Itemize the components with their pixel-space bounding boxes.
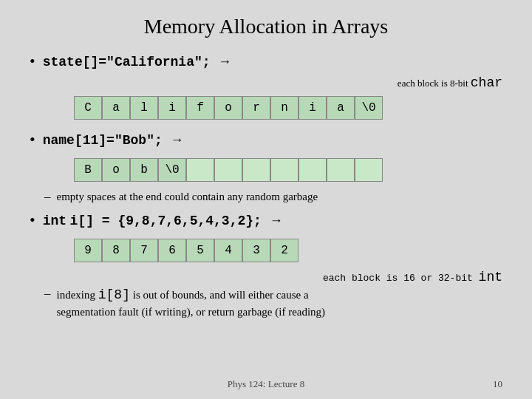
dash-bullet-1: – empty spaces at the end could contain … (44, 189, 502, 205)
array-cell-empty (214, 158, 242, 182)
dash-text-2: indexing i[8] is out of bounds, and will… (57, 286, 326, 320)
array-cell: f (186, 96, 214, 120)
array-cell-empty (355, 158, 383, 182)
array-cell: 4 (214, 239, 242, 262)
bullet-3-content: int i[] = {9,8,7,6,5,4,3,2}; → (43, 213, 283, 228)
int-keyword: int (43, 214, 66, 228)
array-cell-empty (242, 158, 270, 182)
array-cell: n (270, 96, 299, 120)
array-cell: a (327, 96, 355, 120)
page-number: 10 (493, 378, 502, 390)
array-cell: 5 (186, 239, 214, 262)
array-cell: i (158, 96, 186, 120)
dash-icon-1: – (44, 189, 51, 204)
bullet-3-annotation: each block is 16 or 32-bit int (323, 270, 502, 284)
i8-code: i[8] (98, 287, 130, 302)
array-bob-row: B o b \0 (74, 158, 502, 182)
array-cell: o (102, 158, 130, 182)
array-cell: \0 (158, 158, 186, 182)
array-cell: 8 (102, 239, 130, 262)
array-cell-empty (186, 158, 214, 182)
array-cell: C (74, 96, 102, 120)
footer-center: Phys 124: Lecture 8 (0, 378, 532, 390)
bullet-2-code-text: name[11]="Bob"; (43, 133, 171, 148)
bullet-1: • state[]="California"; → (30, 52, 502, 71)
array-california-row: C a l i f o r n i a \0 (74, 96, 502, 120)
slide-title: Memory Allocation in Arrays (30, 15, 502, 38)
bullet-1-annotation: each block is 8-bit char (398, 75, 502, 90)
bullet-dot-1: • (30, 52, 35, 71)
bullet-3-arrow: → (270, 213, 283, 228)
array-cell: \0 (355, 96, 383, 120)
array-california: C a l i f o r n i a \0 (74, 92, 502, 124)
array-cell-empty (299, 158, 327, 182)
bullet-dot-3: • (30, 211, 35, 230)
array-cell: 7 (130, 239, 158, 262)
bullet-1-arrow: → (218, 54, 231, 69)
array-cell: o (214, 96, 242, 120)
array-cell: 9 (74, 239, 102, 262)
bullet-3-code-text: i[] = {9,8,7,6,5,4,3,2}; (70, 214, 270, 228)
bullet-2-code: name[11]="Bob"; → (43, 132, 184, 148)
bullet-1-code-text: state[]="California"; (43, 55, 219, 69)
bullet-3-annotation-block: each block is 16 or 32-bit int (30, 270, 502, 284)
bullet-2: • name[11]="Bob"; → (30, 130, 502, 149)
array-cell: a (102, 96, 130, 120)
array-cell-empty (270, 158, 299, 182)
dash-text-1: empty spaces at the end could contain an… (57, 189, 318, 205)
int-code: int (479, 270, 502, 284)
array-int-row: 9 8 7 6 5 4 3 2 (74, 239, 502, 262)
dash-icon-2: – (44, 286, 51, 301)
bullet-1-code: state[]="California"; → (43, 54, 232, 69)
array-cell-empty (327, 158, 355, 182)
array-cell: 2 (270, 239, 299, 262)
array-cell: r (242, 96, 270, 120)
slide: Memory Allocation in Arrays • state[]="C… (0, 0, 532, 399)
bullet-2-arrow: → (171, 132, 184, 147)
array-int: 9 8 7 6 5 4 3 2 (74, 234, 502, 267)
bullet-1-annotation-block: each block is 8-bit char (30, 75, 502, 90)
array-cell: B (74, 158, 102, 182)
array-bob: B o b \0 (74, 154, 502, 186)
bullet-dot-2: • (30, 130, 35, 149)
array-cell: 3 (242, 239, 270, 262)
dash-bullet-2: – indexing i[8] is out of bounds, and wi… (44, 286, 502, 320)
array-cell: b (130, 158, 158, 182)
array-cell: 6 (158, 239, 186, 262)
char-code: char (471, 75, 502, 90)
array-cell: l (130, 96, 158, 120)
array-cell: i (299, 96, 327, 120)
bullet-3: • int i[] = {9,8,7,6,5,4,3,2}; → (30, 211, 502, 230)
footer-label: Phys 124: Lecture 8 (228, 378, 304, 390)
